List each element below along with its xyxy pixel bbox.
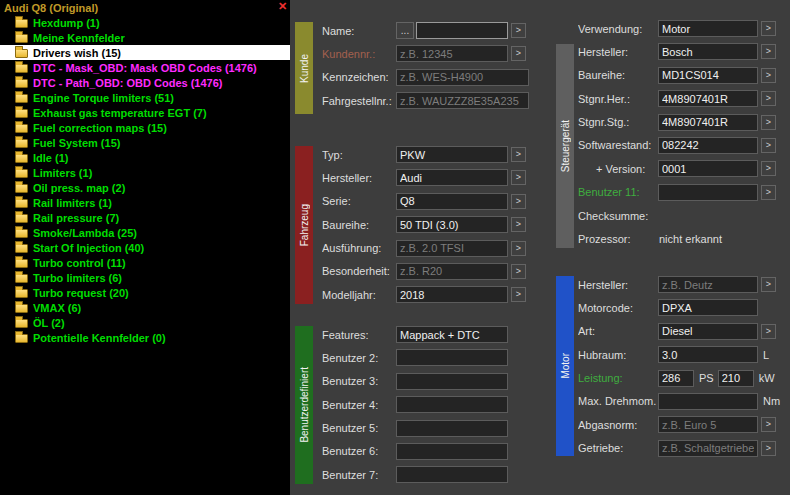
field-row: Benutzer 6:: [322, 443, 508, 460]
field-input[interactable]: [658, 323, 758, 340]
field-input[interactable]: [396, 396, 508, 413]
tree-item[interactable]: Hexdump (1): [0, 15, 290, 30]
field-input[interactable]: [658, 393, 758, 410]
group-fahrzeug-bar: Fahrzeug: [295, 146, 313, 304]
field-input[interactable]: [658, 370, 694, 387]
field-label: Hubraum:: [578, 349, 658, 361]
field-row: Leistung:PSkW: [578, 370, 784, 387]
tree-item[interactable]: Exhaust gas temperature EGT (7): [0, 105, 290, 120]
folder-icon: [15, 304, 28, 313]
expand-button[interactable]: >: [761, 161, 776, 176]
expand-button[interactable]: >: [511, 241, 526, 256]
field-input[interactable]: [396, 92, 529, 109]
expand-button[interactable]: >: [761, 44, 776, 59]
folder-icon: [15, 124, 28, 133]
field-input[interactable]: [658, 160, 758, 177]
field-input[interactable]: [396, 286, 508, 303]
field-label: Serie:: [322, 195, 396, 207]
tree-item[interactable]: Start Of Injection (40): [0, 240, 290, 255]
field-input[interactable]: [658, 114, 758, 131]
expand-button[interactable]: >: [511, 46, 526, 61]
field-input[interactable]: [396, 373, 508, 390]
tree-item[interactable]: Meine Kennfelder: [0, 30, 290, 45]
field-input[interactable]: [658, 137, 758, 154]
field-input[interactable]: [658, 184, 758, 201]
tree-item[interactable]: Engine Torque limiters (51): [0, 90, 290, 105]
tree-item[interactable]: DTC - Path_OBD: OBD Codes (1476): [0, 75, 290, 90]
expand-button[interactable]: >: [511, 217, 526, 232]
field-input[interactable]: [658, 416, 758, 433]
field-input[interactable]: [396, 420, 508, 437]
tree-item[interactable]: DTC - Mask_OBD: Mask OBD Codes (1476): [0, 60, 290, 75]
tree-item[interactable]: Turbo control (11): [0, 255, 290, 270]
field-input[interactable]: [396, 216, 508, 233]
field-input[interactable]: [396, 45, 508, 62]
expand-button[interactable]: >: [761, 138, 776, 153]
field-label: Kennzeichen:: [322, 71, 396, 83]
expand-button[interactable]: >: [761, 417, 776, 432]
expand-button[interactable]: >: [761, 441, 776, 456]
expand-button[interactable]: >: [511, 264, 526, 279]
tree-item-label: Smoke/Lambda (25): [33, 227, 137, 239]
tree-item[interactable]: Rail limiters (1): [0, 195, 290, 210]
field-input[interactable]: [658, 43, 758, 60]
field-row: Stgnr.Her.:>: [578, 90, 776, 107]
field-input[interactable]: [396, 169, 508, 186]
field-input[interactable]: [396, 443, 508, 460]
tree-item[interactable]: Limiters (1): [0, 165, 290, 180]
field-row: Name:...>: [322, 22, 529, 39]
field-input[interactable]: [658, 20, 758, 37]
tree-item[interactable]: Fuel correction maps (15): [0, 120, 290, 135]
field-input[interactable]: [396, 193, 508, 210]
tree-item[interactable]: Turbo limiters (6): [0, 270, 290, 285]
tree-item[interactable]: ÖL (2): [0, 315, 290, 330]
tree-item[interactable]: Turbo request (20): [0, 285, 290, 300]
field-label: Softwarestand:: [578, 139, 658, 151]
tree-item[interactable]: Oil press. map (2): [0, 180, 290, 195]
expand-button[interactable]: >: [511, 170, 526, 185]
tree-item-label: Rail limiters (1): [33, 197, 112, 209]
expand-button[interactable]: >: [511, 147, 526, 162]
tree-item[interactable]: Rail pressure (7): [0, 210, 290, 225]
field-row: Benutzer 7:: [322, 466, 508, 483]
expand-button[interactable]: >: [761, 324, 776, 339]
tree-item[interactable]: Drivers wish (15): [0, 45, 290, 60]
field-input[interactable]: [658, 346, 758, 363]
field-input[interactable]: [416, 22, 508, 39]
expand-button[interactable]: >: [511, 194, 526, 209]
field-row: Verwendung:>: [578, 20, 776, 37]
field-input[interactable]: [658, 276, 758, 293]
field-input[interactable]: [396, 349, 508, 366]
field-row: Features:: [322, 326, 508, 343]
expand-button[interactable]: >: [761, 68, 776, 83]
field-row: Benutzer 5:: [322, 420, 508, 437]
field-input[interactable]: [396, 466, 508, 483]
group-steuergeraet: Steuergerät Verwendung:>Hersteller:>Baur…: [556, 20, 776, 254]
tree-item[interactable]: Potentielle Kennfelder (0): [0, 330, 290, 345]
field-input[interactable]: [396, 326, 508, 343]
expand-button[interactable]: >: [761, 277, 776, 292]
tree-item[interactable]: Fuel System (15): [0, 135, 290, 150]
field-row: Getriebe:>: [578, 440, 784, 457]
field-input[interactable]: [396, 69, 529, 86]
expand-button[interactable]: >: [761, 115, 776, 130]
field-input[interactable]: [658, 90, 758, 107]
tree-item[interactable]: VMAX (6): [0, 300, 290, 315]
field-input[interactable]: [396, 240, 508, 257]
field-input[interactable]: [658, 299, 758, 316]
close-icon[interactable]: ✕: [278, 0, 287, 13]
tree-item[interactable]: Idle (1): [0, 150, 290, 165]
field-input[interactable]: [396, 146, 508, 163]
expand-button[interactable]: >: [761, 21, 776, 36]
field-row: Kundennr.:>: [322, 45, 529, 62]
tree-item[interactable]: Smoke/Lambda (25): [0, 225, 290, 240]
field-input[interactable]: [658, 440, 758, 457]
expand-button[interactable]: >: [511, 287, 526, 302]
field-input[interactable]: [396, 263, 508, 280]
field-input[interactable]: [718, 370, 754, 387]
expand-button[interactable]: >: [761, 185, 776, 200]
expand-button[interactable]: >: [511, 23, 526, 38]
expand-button[interactable]: >: [761, 91, 776, 106]
browse-button[interactable]: ...: [396, 22, 414, 39]
field-input[interactable]: [658, 67, 758, 84]
